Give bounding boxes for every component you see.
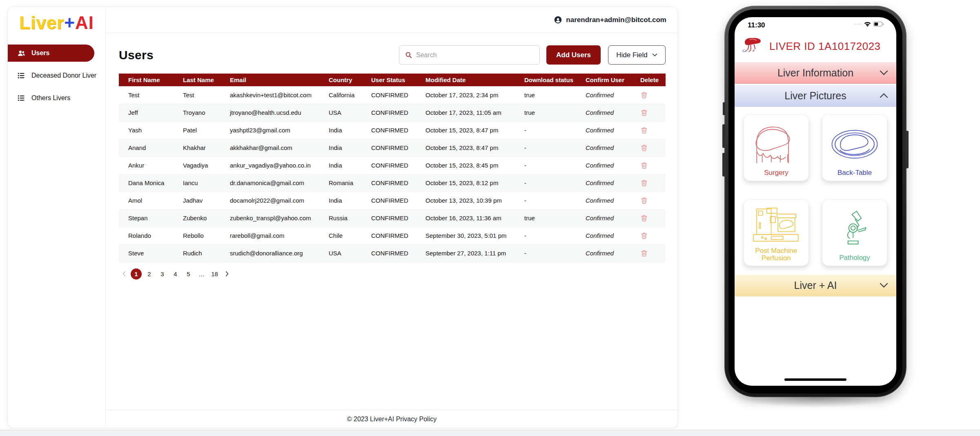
table-header-cell: Country: [319, 74, 362, 86]
table-row: Dana Monica Iancu dr.danamonica@gmail.co…: [119, 174, 666, 192]
confirm-user-link[interactable]: Confirmed: [576, 192, 631, 209]
sidebar-item-label: Users: [31, 49, 49, 57]
confirm-user-link[interactable]: Confirmed: [576, 86, 631, 104]
cell-modified-date: October 15, 2023, 8:47 pm: [416, 139, 515, 157]
chevron-down-icon: [880, 70, 888, 76]
cell-delete: [631, 86, 666, 104]
add-users-button[interactable]: Add Users: [546, 45, 601, 65]
cell-modified-date: October 17, 2023, 2:34 pm: [416, 86, 515, 104]
cell-email: akashkevin+test1@bitcot.com: [220, 86, 319, 104]
pagination-page[interactable]: 1: [131, 268, 142, 279]
delete-button[interactable]: [640, 249, 648, 257]
sidebar-item-others-livers[interactable]: Others Livers: [8, 89, 105, 107]
cell-first-name: Jeff: [119, 104, 174, 121]
page-bottom-strip: [0, 430, 980, 436]
accordion-liver-information[interactable]: Liver Information: [735, 62, 896, 84]
trash-icon: [640, 126, 648, 134]
accordion-liver-ai[interactable]: Liver + AI: [735, 275, 896, 296]
surgery-liver-drawing: [751, 120, 801, 169]
cell-last-name: Khakhar: [174, 139, 220, 157]
confirm-user-link[interactable]: Confirmed: [576, 139, 631, 157]
cell-email: docamolrj2022@gmail.com: [220, 192, 319, 209]
pagination-page[interactable]: …: [196, 268, 207, 279]
sidebar: Liver+AI Users Deceased Donor Liver Othe…: [8, 7, 106, 428]
trash-icon: [640, 91, 648, 99]
confirm-user-link[interactable]: Confirmed: [576, 227, 631, 244]
card-pathology[interactable]: Pathology: [822, 199, 887, 266]
top-header: narendran+admin@bitcot.com: [106, 7, 678, 33]
card-label: Pathology: [839, 254, 870, 262]
search-icon: [405, 51, 412, 59]
delete-button[interactable]: [640, 232, 648, 239]
confirm-user-link[interactable]: Confirmed: [576, 104, 631, 121]
hide-field-dropdown[interactable]: Hide Field: [608, 45, 666, 65]
cell-last-name: Vagadiya: [174, 157, 220, 174]
search-input[interactable]: [416, 51, 534, 59]
cell-modified-date: October 17, 2023, 11:05 am: [416, 104, 515, 121]
cell-country: Romania: [319, 174, 362, 192]
cell-email: dr.danamonica@gmail.com: [220, 174, 319, 192]
sidebar-item-users[interactable]: Users: [8, 45, 94, 62]
sidebar-item-deceased-donor-liver[interactable]: Deceased Donor Liver: [8, 67, 105, 84]
confirm-user-link[interactable]: Confirmed: [576, 244, 631, 262]
accordion-liver-pictures[interactable]: Liver Pictures: [735, 85, 896, 107]
delete-button[interactable]: [640, 197, 648, 204]
account-avatar-icon: [554, 16, 562, 24]
confirm-user-link[interactable]: Confirmed: [576, 157, 631, 174]
cell-last-name: Patel: [174, 121, 220, 139]
trash-icon: [640, 249, 648, 257]
pagination-page[interactable]: 2: [144, 268, 155, 279]
delete-button[interactable]: [640, 214, 648, 222]
phone-mute-switch: [723, 102, 725, 115]
accordion-label: Liver Pictures: [784, 90, 846, 102]
users-table: First NameLast NameEmailCountryUser Stat…: [119, 74, 666, 262]
card-back-table[interactable]: Back-Table: [822, 114, 887, 181]
pagination-page[interactable]: 4: [170, 268, 181, 279]
pagination-page[interactable]: 18: [209, 268, 220, 279]
confirm-user-link[interactable]: Confirmed: [576, 121, 631, 139]
sidebar-item-label: Others Livers: [31, 94, 70, 102]
home-indicator[interactable]: [784, 378, 846, 381]
card-post-machine-perfusion[interactable]: Post Machine Perfusion: [744, 199, 809, 266]
sidebar-item-label: Deceased Donor Liver: [31, 72, 96, 79]
cell-last-name: Troyano: [174, 104, 220, 121]
trash-icon: [640, 214, 648, 222]
delete-button[interactable]: [640, 109, 648, 116]
delete-button[interactable]: [640, 144, 648, 152]
cell-first-name: Anand: [119, 139, 174, 157]
cell-first-name: Yash: [119, 121, 174, 139]
sidebar-nav: Users Deceased Donor Liver Others Livers: [8, 45, 105, 107]
cell-download-status: -: [515, 139, 576, 157]
table-header-cell: First Name: [119, 74, 174, 86]
liver-mascot-icon: [742, 36, 764, 57]
delete-button[interactable]: [640, 179, 648, 187]
confirm-user-link[interactable]: Confirmed: [576, 209, 631, 227]
cell-user-status: CONFIRMED: [362, 192, 416, 209]
cell-last-name: Jadhav: [174, 192, 220, 209]
cell-delete: [631, 227, 666, 244]
cell-email: jtroyano@health.ucsd.edu: [220, 104, 319, 121]
cell-country: Russia: [319, 209, 362, 227]
cell-first-name: Amol: [119, 192, 174, 209]
cell-download-status: -: [515, 192, 576, 209]
delete-button[interactable]: [640, 161, 648, 169]
table-header-cell: Confirm User: [576, 74, 631, 86]
trash-icon: [640, 109, 648, 116]
table-row: Yash Patel yashptl23@gmail.com India CON…: [119, 121, 666, 139]
pagination-page[interactable]: 5: [183, 268, 194, 279]
delete-button[interactable]: [640, 126, 648, 134]
pagination-next-icon[interactable]: [222, 269, 232, 279]
pagination-page[interactable]: 3: [157, 268, 168, 279]
pagination-prev-icon[interactable]: [119, 269, 129, 279]
card-label: Back-Table: [837, 169, 872, 177]
table-header-cell: Modified Date: [416, 74, 515, 86]
table-header-cell: Email: [220, 74, 319, 86]
brand-logo-ai: AI: [75, 13, 94, 33]
accordion-label: Liver Information: [777, 67, 853, 79]
phone-volume-up-button: [722, 124, 725, 148]
confirm-user-link[interactable]: Confirmed: [576, 174, 631, 192]
table-row: Anand Khakhar akkhakhar@gmail.com India …: [119, 139, 666, 157]
card-surgery[interactable]: Surgery: [744, 114, 809, 181]
delete-button[interactable]: [640, 91, 648, 99]
footer-text: © 2023 Liver+AI Privacy Policy: [347, 416, 437, 423]
